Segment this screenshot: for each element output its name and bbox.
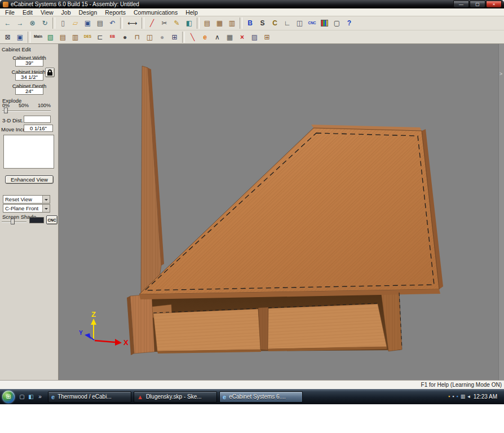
cabinet-left-leg[interactable] [127, 294, 154, 355]
expand-arrow-icon[interactable]: > [499, 71, 502, 77]
cabinet-3d-model[interactable]: Z X Y [59, 44, 498, 380]
mouse-icon[interactable]: ● [156, 31, 168, 43]
cabinet-shelf-right[interactable] [268, 304, 387, 351]
menu-communications[interactable]: Communications [130, 8, 182, 16]
taskbar-clock[interactable]: 12:23 AM [474, 394, 497, 400]
color-bars-icon[interactable] [319, 17, 330, 29]
taskbar-task-ecabinet[interactable]: e eCabinet Systems 6.... [219, 391, 303, 403]
screen-shade-thumb[interactable] [11, 219, 15, 224]
green-cabinet-icon[interactable]: ▧ [45, 31, 56, 43]
table-grid-icon[interactable]: ⊞ [261, 31, 273, 43]
new-document-icon[interactable]: ▯ [57, 17, 69, 29]
move-incr-input[interactable] [24, 125, 53, 132]
shade-color-swatch[interactable] [29, 217, 44, 223]
menu-reports[interactable]: Reports [101, 8, 130, 16]
cabinet-tool-icon[interactable]: ◧ [183, 17, 195, 29]
curve-tool-icon[interactable]: e [199, 31, 211, 43]
dropdown-arrow-icon[interactable] [42, 205, 50, 212]
table-icon[interactable]: ⊓ [131, 31, 143, 43]
help-icon[interactable]: ? [343, 17, 355, 29]
red-line-tool-icon[interactable]: ╲ [187, 31, 198, 43]
close-button[interactable]: × [486, 1, 502, 8]
explode-slider-thumb[interactable] [4, 108, 8, 113]
monitor-icon[interactable]: ▢ [331, 17, 343, 29]
shears-tool-icon[interactable]: ✂ [158, 17, 170, 29]
enhanced-view-button[interactable]: Enhanced View [5, 175, 54, 184]
lock-height-button[interactable] [45, 68, 55, 77]
right-panel-expander[interactable]: > [498, 44, 504, 380]
cabinet-depth-input[interactable] [15, 87, 43, 95]
explode-slider[interactable] [2, 108, 51, 114]
knife-tool-icon[interactable]: ╱ [146, 17, 158, 29]
cabinet-drawers-icon[interactable]: ▦ [214, 17, 226, 29]
drafting-tool-icon[interactable]: ∧ [211, 31, 223, 43]
eb-book-icon[interactable]: EB [107, 31, 118, 43]
cplane-dropdown[interactable]: C-Plane Front [3, 204, 50, 213]
minimize-button[interactable]: — [453, 1, 469, 8]
nav-refresh-icon[interactable]: ↻ [39, 17, 51, 29]
quick-launch-app-icon[interactable]: ◧ [26, 392, 36, 402]
quick-launch-overflow-icon[interactable]: » [36, 392, 45, 402]
grid-tool-icon[interactable]: ▦ [224, 31, 236, 43]
measure-tool-icon[interactable]: ⟷ [125, 17, 140, 29]
separator [142, 17, 144, 29]
nav-forward-icon[interactable]: → [14, 17, 26, 29]
save-layout-icon[interactable]: ▣ [14, 31, 26, 43]
des-tool-icon[interactable]: DES [82, 31, 94, 43]
cnc-button[interactable]: CNC [46, 215, 58, 224]
bookshelf2-icon[interactable]: ▤ [57, 31, 69, 43]
tray-app3-icon[interactable]: ▪ [456, 394, 458, 399]
menu-job[interactable]: Job [58, 8, 75, 16]
monitor-grid-icon[interactable]: ⊞ [169, 31, 180, 43]
screen-shade-slider[interactable] [2, 219, 26, 225]
undo-icon[interactable]: ↶ [107, 17, 118, 29]
tray-app1-icon[interactable]: ▪ [448, 394, 450, 399]
tray-network-icon[interactable]: ▥ [461, 394, 466, 399]
nav-back-icon[interactable]: ← [2, 17, 14, 29]
part-list-box[interactable] [3, 135, 54, 169]
dresser-icon[interactable]: ▥ [226, 17, 238, 29]
menu-file[interactable]: File [1, 8, 19, 16]
menu-help[interactable]: Help [182, 8, 202, 16]
dropdown-arrow-icon[interactable] [42, 196, 50, 203]
menu-design[interactable]: Design [75, 8, 101, 16]
start-button[interactable]: ⊞ [2, 391, 15, 403]
drum-icon[interactable]: ● [119, 31, 131, 43]
taskbar-task-thermwood[interactable]: e Thermwood / eCabi... [48, 391, 131, 403]
close-view-icon[interactable]: ⊠ [2, 31, 14, 43]
corner-tool-icon[interactable]: ∟ [281, 17, 293, 29]
letter-c-icon[interactable]: C [269, 17, 281, 29]
cabinet-height-input[interactable] [15, 73, 43, 81]
clamp-tool-icon[interactable]: ⊏ [94, 31, 106, 43]
cabinet-door-icon[interactable]: ◫ [144, 31, 156, 43]
tray-app2-icon[interactable]: ▪ [452, 394, 454, 399]
cabinet-top-panel[interactable] [139, 125, 443, 299]
bookshelf-icon[interactable]: ▤ [201, 17, 213, 29]
nav-stop-icon[interactable]: ⊗ [26, 17, 38, 29]
viewport-3d[interactable]: Z X Y [59, 44, 498, 380]
pencil-tool-icon[interactable]: ✎ [171, 17, 183, 29]
menu-view[interactable]: View [37, 8, 58, 16]
delete-icon[interactable]: × [236, 31, 248, 43]
reset-view-dropdown[interactable]: Reset View [3, 195, 50, 204]
open-folder-icon[interactable]: ▱ [69, 17, 81, 29]
quick-launch-desktop-icon[interactable]: ▢ [17, 392, 26, 402]
maximize-button[interactable]: ▢ [470, 1, 485, 8]
save-icon[interactable]: ▣ [82, 17, 94, 29]
cabinet-shelf-left[interactable] [153, 309, 261, 354]
taskbar-task-dlugensky[interactable]: ▲ Dlugensky.skp - Ske... [134, 391, 217, 403]
cabinet-width-input[interactable] [15, 59, 43, 67]
cnc-mode-icon[interactable]: CNC [306, 17, 318, 29]
bold-b-icon[interactable]: B [244, 17, 256, 29]
window-settings-icon[interactable]: ◫ [294, 17, 306, 29]
separator [28, 32, 30, 43]
cabinet-back-panel[interactable] [141, 66, 164, 294]
main-screen-icon[interactable]: Main [32, 31, 44, 43]
tray-volume-icon[interactable]: ◂ [467, 394, 470, 399]
dist3d-input[interactable] [24, 116, 51, 123]
shelf-unit-icon[interactable]: ▥ [69, 31, 81, 43]
print-icon[interactable]: ▤ [94, 17, 106, 29]
picture-icon[interactable]: ▨ [249, 31, 260, 43]
menu-edit[interactable]: Edit [19, 8, 37, 16]
letter-s-icon[interactable]: S [257, 17, 268, 29]
